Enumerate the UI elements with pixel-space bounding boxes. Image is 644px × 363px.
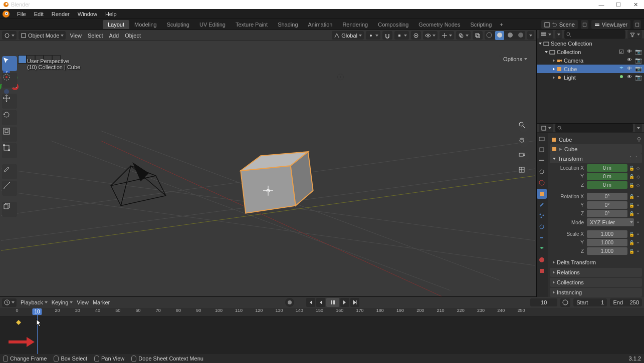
outliner-item-cube[interactable]: Cube👁📷 <box>537 65 644 73</box>
nav-gizmo[interactable]: X Y Z <box>0 69 529 296</box>
keyframe-icon[interactable]: ◇ <box>635 165 641 171</box>
proptab-texture[interactable] <box>537 266 547 276</box>
shading-rendered[interactable] <box>516 31 525 40</box>
gizmo-toggle[interactable] <box>440 31 454 40</box>
viewport-menu-select[interactable]: Select <box>86 33 105 39</box>
outliner-filter-button[interactable] <box>627 30 642 39</box>
field-scale-x[interactable]: 1.000 <box>587 230 627 238</box>
pan-button[interactable] <box>518 136 529 147</box>
tab-animation[interactable]: Animation <box>303 20 338 29</box>
tool-measure[interactable] <box>2 181 17 196</box>
tab-geometrynodes[interactable]: Geometry Nodes <box>413 20 465 29</box>
panel-relations[interactable]: Relations <box>550 268 642 277</box>
outliner-collection[interactable]: Collection☑👁📷 <box>537 48 644 56</box>
proptab-modifiers[interactable] <box>537 200 547 210</box>
next-key-button[interactable] <box>340 298 349 307</box>
outliner-item-camera[interactable]: Camera👁📷 <box>537 56 644 65</box>
close-button[interactable]: ✕ <box>627 0 644 9</box>
minimize-button[interactable]: — <box>593 0 610 9</box>
properties-options-button[interactable] <box>635 124 642 132</box>
checkbox-icon[interactable]: ☑ <box>619 49 624 55</box>
end-frame-field[interactable]: End250 <box>610 298 642 306</box>
proptab-physics[interactable] <box>537 222 547 232</box>
proptab-viewlayer[interactable] <box>537 156 547 166</box>
proptab-constraints[interactable] <box>537 233 547 243</box>
viewlayer-selector[interactable]: ViewLayer <box>591 20 630 29</box>
current-frame-field[interactable]: 10 <box>530 298 557 306</box>
outliner-item-light[interactable]: Light👁📷 <box>537 73 644 82</box>
keyframe[interactable] <box>16 320 21 325</box>
eye-icon[interactable]: 👁 <box>627 57 632 64</box>
field-rotation-x[interactable]: 0° <box>587 193 627 200</box>
proptab-data[interactable] <box>537 244 547 254</box>
timeline-menu-view[interactable]: View <box>77 299 89 305</box>
panel-transform[interactable]: Transform⋮⋮ <box>550 154 642 163</box>
outliner-scene-collection[interactable]: Scene Collection <box>537 39 644 48</box>
overlay-toggle[interactable] <box>456 31 471 40</box>
tool-scale[interactable] <box>2 127 17 142</box>
field-rotation-y[interactable]: 0° <box>587 201 627 209</box>
properties-search[interactable] <box>555 124 633 132</box>
tab-uvediting[interactable]: UV Editing <box>194 20 231 29</box>
render-icon[interactable]: 📷 <box>635 57 642 64</box>
tab-rendering[interactable]: Rendering <box>337 20 373 29</box>
field-scale-y[interactable]: 1.000 <box>587 239 627 246</box>
outliner-search-input[interactable] <box>572 32 623 37</box>
xray-toggle[interactable] <box>473 31 483 40</box>
timeline-editor-selector[interactable] <box>2 298 17 307</box>
shading-wireframe[interactable] <box>485 31 494 40</box>
prev-key-button[interactable] <box>316 298 325 307</box>
autokey-toggle[interactable] <box>285 298 294 307</box>
tool-annotate[interactable] <box>2 164 17 179</box>
select-mode-1[interactable] <box>18 55 27 64</box>
outliner[interactable]: Scene Collection Collection☑👁📷 Camera👁📷 … <box>537 39 644 123</box>
proptab-scene[interactable] <box>537 167 547 177</box>
properties-search-input[interactable] <box>563 125 631 131</box>
pin-icon[interactable]: ⚲ <box>637 136 641 143</box>
tab-sculpting[interactable]: Sculpting <box>162 20 194 29</box>
new-viewlayer-button[interactable]: ☐ <box>633 20 641 29</box>
outliner-display-selector[interactable] <box>555 30 562 39</box>
panel-delta-transform[interactable]: Delta Transform <box>550 258 642 267</box>
proptab-particles[interactable] <box>537 211 547 221</box>
field-location-x[interactable]: 0 m <box>587 164 627 172</box>
viewport-menu-object[interactable]: Object <box>123 33 143 39</box>
tool-rotate[interactable] <box>2 110 17 125</box>
timeline-menu-playback[interactable]: Playback <box>21 299 48 305</box>
field-location-z[interactable]: 0 m <box>587 181 627 189</box>
eye-icon[interactable]: 👁 <box>627 66 632 72</box>
timeline-track[interactable]: 0102030405060708090100110120130140150160… <box>0 308 644 354</box>
jump-end-button[interactable] <box>350 298 359 307</box>
tool-transform[interactable] <box>2 143 17 158</box>
mode-selector[interactable]: Object Mode <box>19 31 66 40</box>
add-workspace-button[interactable]: + <box>497 22 506 28</box>
pivot-selector[interactable] <box>366 31 380 40</box>
menu-window[interactable]: Window <box>74 11 101 17</box>
render-icon[interactable]: 📷 <box>635 74 642 81</box>
shading-material[interactable] <box>506 31 515 40</box>
proportional-edit-toggle[interactable] <box>411 31 421 40</box>
camera-view-button[interactable] <box>518 151 529 162</box>
panel-collections[interactable]: Collections <box>550 278 642 287</box>
proptab-render[interactable] <box>537 134 547 144</box>
eye-icon[interactable]: 👁 <box>627 74 632 81</box>
menu-edit[interactable]: Edit <box>30 11 48 17</box>
field-scale-z[interactable]: 1.000 <box>587 247 627 255</box>
shading-options-button[interactable] <box>527 31 534 40</box>
tool-addcube[interactable] <box>2 202 17 217</box>
start-frame-field[interactable]: Start1 <box>573 298 607 306</box>
render-icon[interactable]: 📷 <box>635 49 642 55</box>
timeline-ruler[interactable]: 0102030405060708090100110120130140150160… <box>0 308 644 317</box>
tab-modeling[interactable]: Modeling <box>129 20 162 29</box>
viewport-menu-view[interactable]: View <box>68 33 84 39</box>
proptab-object[interactable] <box>537 189 547 199</box>
tab-compositing[interactable]: Compositing <box>373 20 413 29</box>
proptab-output[interactable] <box>537 145 547 155</box>
editor-type-selector[interactable] <box>2 31 17 40</box>
tool-select-box[interactable] <box>2 56 17 71</box>
menu-render[interactable]: Render <box>48 11 74 17</box>
timeline-menu-marker[interactable]: Marker <box>93 299 110 305</box>
orientation-selector[interactable]: Global <box>332 31 364 40</box>
maximize-button[interactable]: ☐ <box>610 0 627 9</box>
tab-texturepaint[interactable]: Texture Paint <box>231 20 273 29</box>
